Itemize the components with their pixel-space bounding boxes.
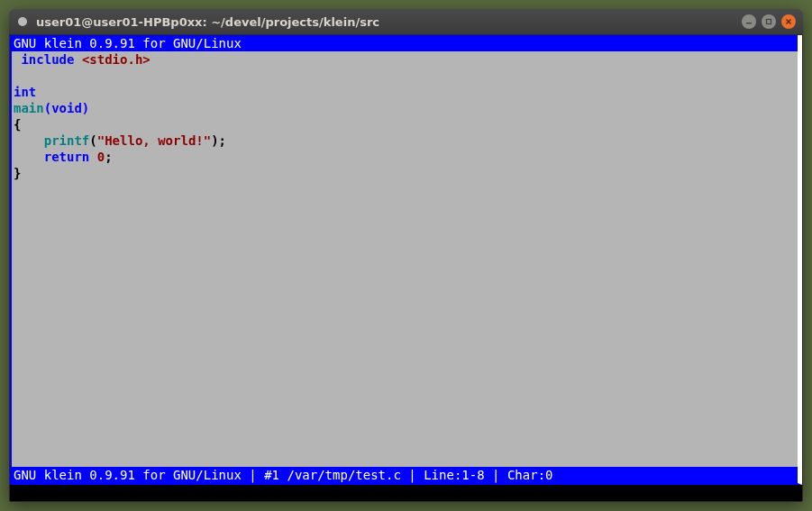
code-token: } [14,166,21,180]
code-token: { [14,117,21,132]
svg-point-0 [18,17,27,26]
titlebar[interactable]: user01@user01-HPBp0xx: ~/devel/projects/… [9,9,803,34]
editor-statusbar: GNU klein 0.9.91 for GNU/Linux | #1 /var… [12,467,798,483]
code-token: printf [44,133,90,148]
code-token: return [44,150,90,164]
status-line: Line:1-8 [424,468,484,482]
minimize-button[interactable] [742,14,756,29]
code-token: ( [89,133,96,148]
editor-area[interactable]: GNU klein 0.9.91 for GNU/Linux include <… [10,35,802,485]
code-token: "Hello, world!" [97,133,211,148]
code-token: 0 [97,150,105,164]
status-app: GNU klein 0.9.91 for GNU/Linux [14,468,242,482]
code-token [89,150,96,164]
code-token: (void) [44,101,90,115]
terminal-body: GNU klein 0.9.91 for GNU/Linux include <… [9,34,803,502]
code-token: int [14,85,36,99]
svg-rect-2 [767,20,771,24]
code-token: main [14,101,44,115]
code-token [14,133,44,148]
svg-rect-1 [746,23,752,24]
terminal-icon [16,15,29,28]
code-token: include [21,52,74,67]
code-token [74,52,81,67]
code-token: ); [211,133,226,148]
status-char: Char:0 [507,468,553,482]
editor-header: GNU klein 0.9.91 for GNU/Linux [12,35,798,51]
command-bar[interactable] [10,485,802,501]
window-controls [742,14,796,29]
terminal-window: user01@user01-HPBp0xx: ~/devel/projects/… [9,9,803,502]
code-body[interactable]: include <stdio.h> int main(void) { print… [12,51,798,467]
code-token: ; [105,150,112,164]
window-title: user01@user01-HPBp0xx: ~/devel/projects/… [36,15,742,29]
code-token [14,150,44,164]
code-token: <stdio.h> [82,52,151,67]
close-button[interactable] [781,14,796,29]
maximize-button[interactable] [762,14,776,29]
status-buffer: #1 /var/tmp/test.c [264,468,401,482]
